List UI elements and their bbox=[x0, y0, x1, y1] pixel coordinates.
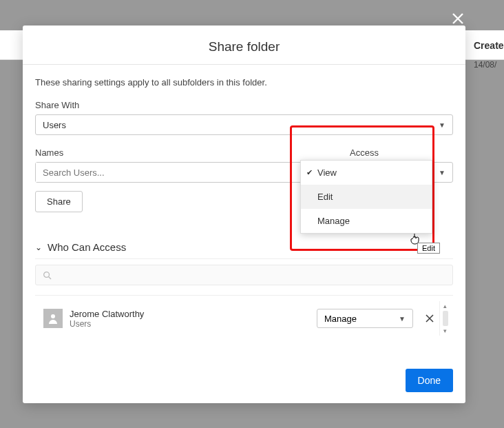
who-can-access-filter[interactable] bbox=[35, 265, 453, 285]
access-option-manage[interactable]: Manage bbox=[301, 209, 432, 233]
access-option-view[interactable]: ✔ View bbox=[301, 161, 432, 185]
done-button[interactable]: Done bbox=[406, 369, 453, 392]
option-label: Manage bbox=[317, 216, 350, 226]
scroll-up-icon: ▴ bbox=[443, 303, 447, 309]
scrollbar[interactable]: ▴ ▾ bbox=[439, 301, 450, 336]
share-with-label: Share With bbox=[35, 100, 453, 110]
who-can-access-header[interactable]: ⌄ Who Can Access bbox=[35, 241, 453, 259]
search-icon bbox=[43, 271, 52, 280]
access-entry-row: Jerome Clatworthy Users Manage ▼ ▴ ▾ bbox=[35, 295, 453, 341]
option-label: View bbox=[317, 167, 337, 178]
scroll-down-icon: ▾ bbox=[443, 327, 447, 334]
access-option-edit[interactable]: Edit bbox=[301, 185, 432, 209]
access-label: Access bbox=[350, 147, 453, 158]
user-icon bbox=[47, 312, 59, 325]
caret-down-icon: ▼ bbox=[439, 121, 445, 129]
who-can-access-title: Who Can Access bbox=[48, 241, 126, 253]
access-dropdown-menu: ✔ View Edit Manage bbox=[300, 160, 432, 234]
intro-text: These sharing settings apply to all subf… bbox=[35, 77, 453, 88]
scroll-track bbox=[443, 311, 448, 326]
share-button[interactable]: Share bbox=[35, 191, 83, 212]
column-header-create: Create bbox=[468, 30, 504, 60]
entry-role-value: Manage bbox=[324, 314, 357, 324]
caret-down-icon: ▼ bbox=[439, 169, 445, 176]
svg-point-2 bbox=[44, 272, 50, 277]
entry-name: Jerome Clatworthy bbox=[70, 309, 317, 319]
avatar bbox=[43, 309, 63, 328]
check-icon: ✔ bbox=[306, 168, 313, 177]
dialog-header: Share folder bbox=[23, 26, 465, 65]
chevron-down-icon: ⌄ bbox=[35, 243, 42, 252]
remove-entry-button[interactable] bbox=[420, 314, 439, 323]
names-search-input[interactable] bbox=[36, 163, 319, 182]
entry-role-select[interactable]: Manage ▼ bbox=[317, 309, 413, 328]
svg-point-4 bbox=[51, 314, 55, 318]
background-date-cell: 14/08/ bbox=[468, 60, 504, 74]
share-with-value: Users bbox=[43, 120, 66, 130]
dialog-title: Share folder bbox=[23, 39, 465, 54]
option-label: Edit bbox=[317, 192, 333, 202]
close-icon bbox=[426, 314, 434, 323]
share-with-select[interactable]: Users ▼ bbox=[35, 114, 453, 135]
caret-down-icon: ▼ bbox=[399, 315, 406, 323]
close-icon[interactable] bbox=[452, 12, 464, 25]
svg-line-3 bbox=[49, 276, 52, 279]
names-label: Names bbox=[35, 147, 321, 158]
entry-type: Users bbox=[70, 319, 317, 329]
